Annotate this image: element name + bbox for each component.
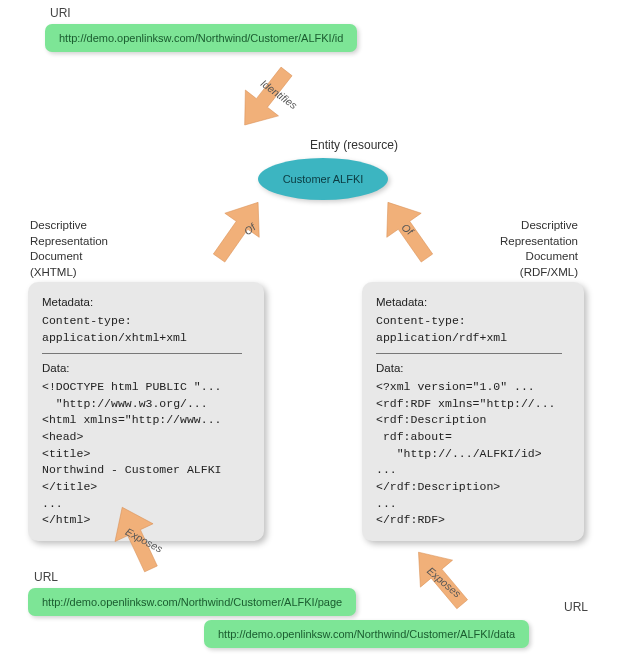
doc-left-label: Descriptive Representation Document (XHT… (30, 218, 108, 280)
doc-right-metadata-heading: Metadata: (376, 294, 570, 311)
doc-right-data-body: <?xml version="1.0" ... <rdf:RDF xmlns="… (376, 379, 570, 529)
url-right-box: http://demo.openlinksw.com/Northwind/Cus… (204, 620, 529, 648)
doc-right-metadata-body: Content-type: application/rdf+xml (376, 313, 570, 346)
doc-left-data-heading: Data: (42, 360, 250, 377)
arrow-of-left (195, 190, 285, 280)
doc-right-label: Descriptive Representation Document (RDF… (500, 218, 578, 280)
arrow-of-right (365, 190, 455, 280)
url-left-box: http://demo.openlinksw.com/Northwind/Cus… (28, 588, 356, 616)
url-left-label: URL (34, 570, 58, 584)
doc-right-data-heading: Data: (376, 360, 570, 377)
url-right-label: URL (564, 600, 588, 614)
doc-right-box: Metadata: Content-type: application/rdf+… (362, 282, 584, 541)
entity-label: Entity (resource) (310, 138, 398, 152)
doc-left-metadata-body: Content-type: application/xhtml+xml (42, 313, 250, 346)
uri-top-label: URI (50, 6, 71, 20)
uri-top-box: http://demo.openlinksw.com/Northwind/Cus… (45, 24, 357, 52)
doc-left-metadata-heading: Metadata: (42, 294, 250, 311)
